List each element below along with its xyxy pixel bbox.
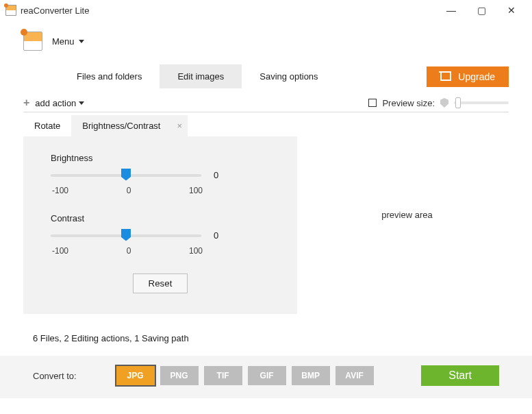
cart-icon <box>440 73 451 81</box>
tab-saving-options[interactable]: Saving options <box>242 64 335 88</box>
panel-tab-brightness-contrast[interactable]: Brightness/Contrast <box>71 115 171 136</box>
contrast-scale: -100 0 100 <box>52 246 203 256</box>
menubar: Menu <box>0 21 532 58</box>
preview-area: preview area <box>305 115 509 314</box>
upgrade-button[interactable]: Upgrade <box>427 66 509 87</box>
brightness-slider-thumb[interactable] <box>121 169 131 181</box>
format-png[interactable]: PNG <box>160 366 199 385</box>
menu-dropdown[interactable]: Menu <box>52 36 84 47</box>
reset-button[interactable]: Reset <box>133 273 188 293</box>
format-gif[interactable]: GIF <box>248 366 286 385</box>
contrast-slider-thumb[interactable] <box>121 229 131 241</box>
tab-edit-images[interactable]: Edit images <box>160 64 242 88</box>
panel-tabs: Rotate Brightness/Contrast × <box>23 115 297 136</box>
preview-size-slider-thumb[interactable] <box>455 97 461 108</box>
edit-panel: Rotate Brightness/Contrast × Brightness … <box>23 115 297 314</box>
format-bmp[interactable]: BMP <box>292 366 330 385</box>
maximize-button[interactable]: ▢ <box>466 0 496 21</box>
brightness-scale: -100 0 100 <box>52 186 203 195</box>
action-bar: + add action Preview size: <box>23 93 509 112</box>
brightness-group: Brightness 0 -100 0 100 <box>51 153 270 195</box>
panel-tab-close[interactable]: × <box>171 115 188 136</box>
footer: Convert to: JPG PNG TIF GIF BMP AVIF Sta… <box>0 356 532 398</box>
brightness-label: Brightness <box>51 153 270 163</box>
app-logo-icon <box>23 32 42 51</box>
add-action-label: add action <box>35 98 76 108</box>
preview-size-label: Preview size: <box>382 98 435 108</box>
convert-to-label: Convert to: <box>33 371 77 381</box>
panel-tab-rotate[interactable]: Rotate <box>23 115 71 136</box>
contrast-slider[interactable] <box>51 234 201 237</box>
format-avif[interactable]: AVIF <box>335 366 374 385</box>
status-text: 6 Files, 2 Editing actions, 1 Saving pat… <box>0 314 532 350</box>
preview-size-slider[interactable] <box>454 101 509 104</box>
upgrade-label: Upgrade <box>458 71 495 82</box>
format-tif[interactable]: TIF <box>204 366 242 385</box>
contrast-value: 0 <box>214 230 227 241</box>
work-area: Rotate Brightness/Contrast × Brightness … <box>0 115 532 314</box>
top-nav: Files and folders Edit images Saving opt… <box>0 64 532 88</box>
window-controls: — ▢ ✕ <box>436 0 527 21</box>
app-icon <box>5 5 16 16</box>
start-button[interactable]: Start <box>421 365 499 386</box>
brightness-value: 0 <box>214 170 227 180</box>
close-button[interactable]: ✕ <box>496 0 527 21</box>
preview-size-checkbox[interactable] <box>368 99 377 107</box>
titlebar: reaConverter Lite — ▢ ✕ <box>0 0 532 21</box>
chevron-down-icon <box>79 101 84 105</box>
shield-icon <box>440 98 448 108</box>
plus-icon: + <box>23 97 29 109</box>
window-title: reaConverter Lite <box>21 5 89 16</box>
menu-label: Menu <box>52 36 75 47</box>
contrast-label: Contrast <box>51 213 270 223</box>
tab-files-and-folders[interactable]: Files and folders <box>59 64 160 88</box>
format-jpg[interactable]: JPG <box>116 366 155 385</box>
contrast-group: Contrast 0 -100 0 100 <box>51 213 270 256</box>
preview-area-label: preview area <box>381 210 432 220</box>
minimize-button[interactable]: — <box>436 0 466 21</box>
chevron-down-icon <box>79 40 84 43</box>
add-action-dropdown[interactable]: + add action <box>23 97 84 109</box>
brightness-slider[interactable] <box>51 174 201 177</box>
